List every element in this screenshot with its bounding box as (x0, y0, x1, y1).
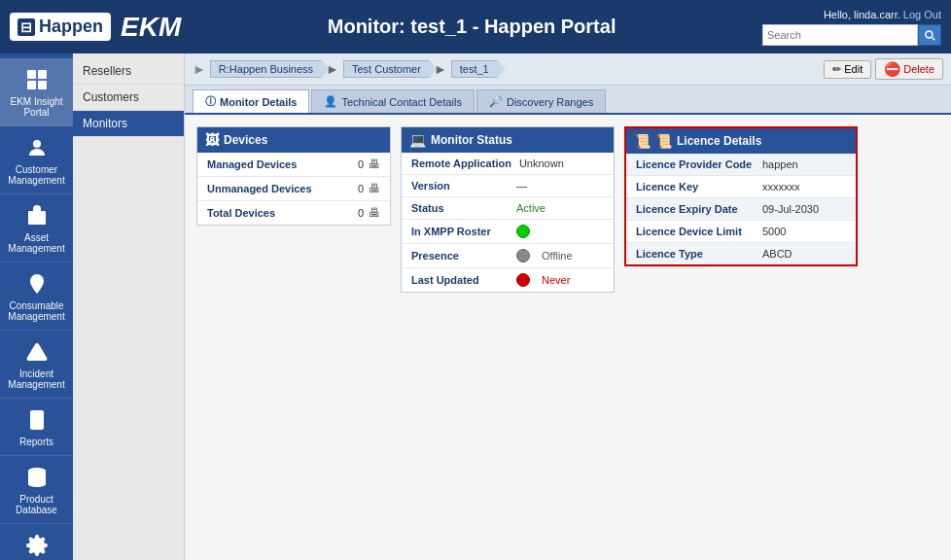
ekm-logo: EKM (121, 12, 181, 43)
presence-value: Offline (542, 250, 573, 262)
breadcrumb-item-test-customer[interactable]: Test Customer (343, 60, 430, 78)
nav-item-customers[interactable]: Customers (73, 85, 184, 111)
licence-icon2: 📜 (655, 133, 672, 149)
sidebar-item-ekm-insight-portal[interactable]: EKM Insight Portal (0, 58, 73, 126)
total-devices-label: Total Devices (207, 207, 335, 219)
remote-app-label: Remote Application (411, 158, 511, 169)
table-row: Managed Devices 0 🖶 (197, 153, 390, 177)
licence-device-limit-label: Licence Device Limit (636, 226, 762, 237)
monitor-status-panel: 💻 Monitor Status Remote Application Unkn… (401, 126, 615, 293)
svg-rect-5 (28, 211, 46, 225)
sidebar-item-system-administration[interactable]: System Administration (0, 524, 73, 560)
managed-devices-label: Managed Devices (207, 158, 335, 170)
devices-panel-title: Devices (224, 133, 267, 147)
delete-button[interactable]: ⛔ Delete (875, 58, 943, 80)
logo-area: ⊟ Happen EKM (10, 12, 181, 43)
version-label: Version (411, 180, 509, 192)
table-row: Presence Offline (402, 244, 614, 268)
svg-rect-3 (38, 81, 47, 89)
licence-panel-header: 📜 📜 Licence Details (626, 128, 856, 154)
table-row: Remote Application Unknown (402, 153, 614, 175)
panels-area: 🖼 Devices Managed Devices 0 🖶 Unmanaged … (185, 115, 951, 560)
monitor-status-title: Monitor Status (431, 133, 512, 147)
remote-app-value: Unknown (519, 158, 564, 169)
svg-rect-1 (38, 70, 47, 79)
sidebar-item-consumable-management[interactable]: Consumable Management (0, 262, 73, 331)
breadcrumb-item-test-1[interactable]: test_1 (451, 60, 498, 78)
delete-label: Delete (903, 63, 934, 75)
svg-rect-0 (27, 70, 36, 79)
delete-icon: ⛔ (884, 61, 900, 77)
version-value: — (516, 180, 527, 192)
licence-icon: 📜 (634, 133, 651, 149)
content-wrapper: EKM Insight Portal Customer Management A… (0, 53, 951, 560)
sidebar: EKM Insight Portal Customer Management A… (0, 53, 73, 560)
tab-technical-contact-details[interactable]: 👤 Technical Contact Details (311, 89, 475, 113)
monitor-status-header: 💻 Monitor Status (402, 127, 614, 153)
table-row: In XMPP Roster (402, 220, 614, 244)
devices-panel-header: 🖼 Devices (197, 127, 390, 153)
nav-item-resellers[interactable]: Resellers (73, 58, 184, 85)
unmanaged-devices-label: Unmanaged Devices (207, 183, 335, 194)
print-icon-unmanaged[interactable]: 🖶 (369, 182, 380, 195)
sidebar-item-reports[interactable]: Reports (0, 399, 73, 456)
sidebar-label-consumable: Consumable Management (5, 300, 68, 322)
presence-gray-dot (516, 249, 530, 262)
happen-logo: ⊟ Happen (10, 13, 111, 41)
table-row: Licence Provider Code happen (626, 154, 856, 176)
breadcrumb-item-r-happen-business[interactable]: R:Happen Business (210, 60, 322, 78)
header-right: Hello, linda.carr. Log Out (762, 9, 941, 46)
tab-discovery-ranges[interactable]: 🔎 Discovery Ranges (476, 89, 606, 113)
binoculars-icon: 🔎 (489, 95, 503, 108)
devices-panel-body: Managed Devices 0 🖶 Unmanaged Devices 0 … (197, 153, 390, 225)
sidebar-item-product-database[interactable]: Product Database (0, 456, 73, 524)
xmpp-green-dot (516, 225, 530, 238)
print-icon-managed[interactable]: 🖶 (369, 158, 380, 171)
print-icon-total[interactable]: 🖶 (369, 206, 380, 220)
licence-provider-value: happen (762, 158, 798, 170)
sidebar-label-product: Product Database (5, 494, 68, 515)
product-icon (23, 464, 51, 491)
sidebar-item-incident-management[interactable]: Incident Management (0, 331, 73, 399)
table-row: Last Updated Never (402, 268, 614, 292)
table-row: Licence Device Limit 5000 (626, 221, 856, 243)
table-row: Status Active (402, 197, 614, 220)
search-button[interactable] (918, 24, 941, 46)
licence-provider-label: Licence Provider Code (636, 158, 762, 170)
table-row: Licence Key xxxxxxx (626, 176, 856, 198)
svg-rect-2 (27, 81, 36, 89)
incident-icon (23, 338, 51, 366)
breadcrumb: ► R:Happen Business ► Test Customer ► te… (185, 53, 951, 86)
sidebar-label-asset: Asset Management (5, 232, 68, 254)
sidebar-item-customer-management[interactable]: Customer Management (0, 126, 73, 194)
header: ⊟ Happen EKM Monitor: test_1 - Happen Po… (0, 0, 951, 53)
sidebar-item-asset-management[interactable]: Asset Management (0, 194, 73, 262)
sidebar-label-ekm: EKM Insight Portal (5, 96, 68, 118)
devices-icon: 🖼 (205, 132, 219, 148)
edit-label: Edit (844, 63, 863, 75)
tab-monitor-details-label: Monitor Details (220, 96, 297, 108)
customer-icon (23, 134, 51, 161)
last-updated-value: Never (542, 274, 570, 286)
sidebar-label-incident: Incident Management (5, 368, 68, 390)
reports-icon (23, 406, 51, 434)
nav-item-monitors[interactable]: Monitors (73, 111, 184, 137)
asset-icon (23, 202, 51, 229)
logout-link[interactable]: Log Out (903, 9, 941, 20)
total-devices-value: 0 (335, 207, 364, 219)
monitor-status-body: Remote Application Unknown Version — Sta… (402, 153, 614, 292)
licence-type-value: ABCD (762, 248, 792, 260)
licence-panel-body: Licence Provider Code happen Licence Key… (626, 154, 856, 264)
presence-label: Presence (411, 250, 509, 262)
tabs-bar: ⓘ Monitor Details 👤 Technical Contact De… (185, 86, 951, 115)
licence-expiry-label: Licence Expiry Date (636, 203, 762, 215)
last-updated-label: Last Updated (411, 274, 509, 286)
licence-type-label: Licence Type (636, 248, 762, 260)
search-input[interactable] (762, 24, 918, 46)
licence-key-label: Licence Key (636, 181, 762, 192)
search-icon (923, 28, 936, 42)
tab-monitor-details[interactable]: ⓘ Monitor Details (193, 89, 309, 113)
table-row: Licence Type ABCD (626, 243, 856, 264)
edit-button[interactable]: Edit (824, 60, 871, 79)
svg-point-4 (33, 140, 41, 148)
